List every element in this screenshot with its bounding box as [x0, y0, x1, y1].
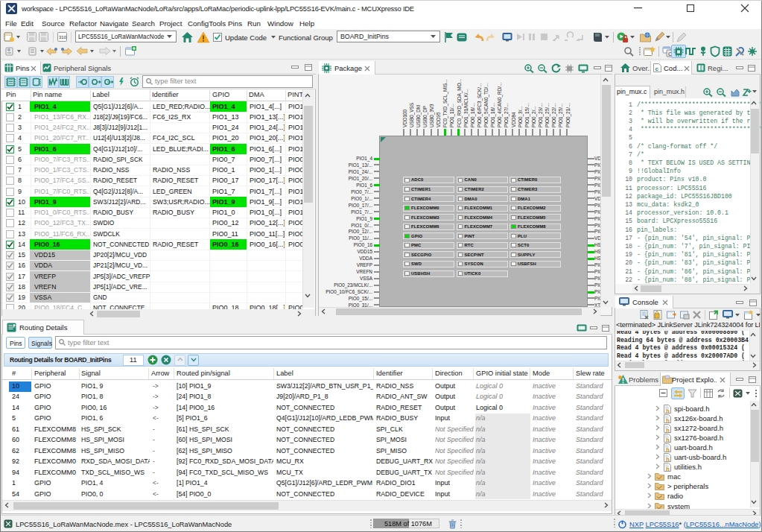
svg-text:h: h: [666, 427, 670, 434]
svg-text:h: h: [666, 437, 670, 443]
svg-text:310: 310: [59, 35, 67, 39]
svg-text:h: h: [666, 446, 670, 453]
svg-text:h: h: [666, 417, 670, 424]
svg-text:c: c: [655, 66, 659, 72]
svg-text:h: h: [666, 408, 670, 414]
svg-text:h: h: [666, 456, 670, 463]
svg-text:h: h: [666, 466, 670, 472]
